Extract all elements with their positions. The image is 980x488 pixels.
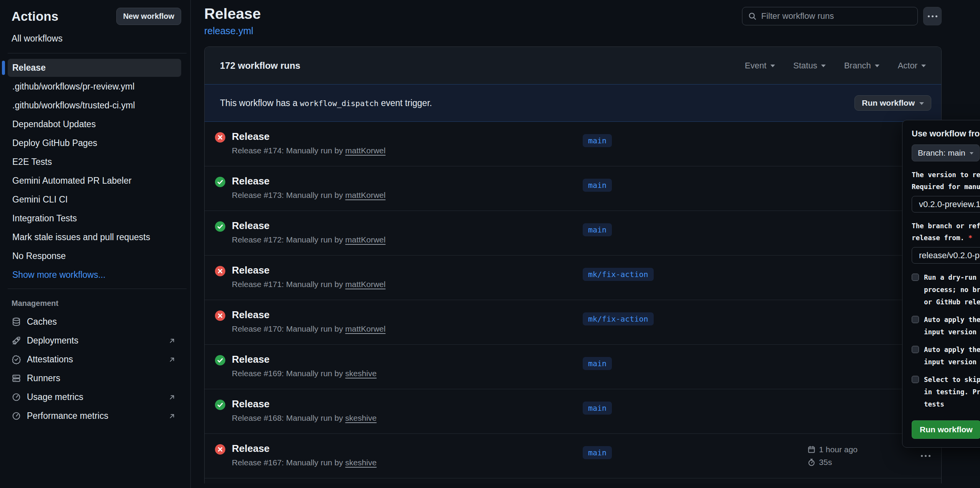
management-section-title: Management <box>0 290 190 312</box>
workflow-options-kebab-button[interactable] <box>923 7 942 25</box>
workflow-run-row[interactable]: Release Release #172: Manually run by ma… <box>205 211 941 256</box>
chevron-down-icon <box>875 65 879 67</box>
run-workflow-submit-button[interactable]: Run workflow <box>912 420 980 439</box>
filter-runs-input[interactable] <box>761 11 912 21</box>
branch-badge[interactable]: main <box>583 446 612 459</box>
branch-badge[interactable]: mk/fix-action <box>583 312 654 325</box>
branch-badge[interactable]: main <box>583 179 612 192</box>
run-title-link[interactable]: Release <box>232 309 269 321</box>
sidebar-workflow-item[interactable]: .github/workflows/trusted-ci.yml <box>8 96 181 115</box>
sidebar-workflow-item[interactable]: Gemini CLI CI <box>8 191 181 209</box>
sidebar-workflow-item[interactable]: Integration Tests <box>8 209 181 227</box>
sidebar-divider <box>8 53 187 53</box>
management-item-icon <box>12 411 21 421</box>
workflow-run-row[interactable]: Release Release #169: Manually run by sk… <box>205 345 941 389</box>
workflow-run-row[interactable]: Release Release #173: Manually run by ma… <box>205 166 941 211</box>
branch-badge[interactable]: main <box>583 402 612 415</box>
checkbox[interactable] <box>912 346 919 353</box>
management-item-label: Usage metrics <box>27 392 83 402</box>
run-status-icon <box>215 355 225 365</box>
checkbox[interactable] <box>912 274 919 281</box>
run-actor-link[interactable]: mattKorwel <box>345 235 385 244</box>
run-actor-link[interactable]: mattKorwel <box>345 191 385 199</box>
sidebar-item-all-workflows[interactable]: All workflows <box>0 25 190 51</box>
run-status-icon <box>215 400 225 410</box>
sidebar-management-item[interactable]: Attestations <box>0 350 190 369</box>
branch-badge[interactable]: main <box>583 134 612 147</box>
run-actor-link[interactable]: skeshive <box>345 369 377 378</box>
filter-dropdown[interactable]: Actor <box>898 61 926 71</box>
branch-badge[interactable]: main <box>583 357 612 370</box>
run-actor-link[interactable]: skeshive <box>345 458 377 467</box>
sidebar-workflow-item[interactable]: Gemini Automated PR Labeler <box>8 172 181 190</box>
workflow-run-row[interactable]: Release Release #168: Manually run by sk… <box>205 389 941 434</box>
runs-filters: EventStatusBranchActor <box>745 61 926 71</box>
run-actor-link[interactable]: mattKorwel <box>345 324 385 333</box>
management-item-label: Runners <box>27 373 60 383</box>
workflow-run-row[interactable]: Release Release #170: Manually run by ma… <box>205 300 941 345</box>
sidebar-workflow-item[interactable]: .github/workflows/pr-review.yml <box>8 78 181 96</box>
run-title-link[interactable]: Release <box>232 354 269 365</box>
workflow-runs-card: 172 workflow runs EventStatusBranchActor… <box>204 46 942 483</box>
show-more-workflows-link[interactable]: Show more workflows... <box>8 266 181 284</box>
run-actor-link[interactable]: mattKorwel <box>345 280 385 289</box>
branch-badge[interactable]: mk/fix-action <box>583 268 654 281</box>
run-actor-link[interactable]: skeshive <box>345 413 377 422</box>
checkbox[interactable] <box>912 376 919 383</box>
sidebar-management-item[interactable]: Runners <box>0 369 190 388</box>
workflow-run-row[interactable]: Release Release #167: Manually run by sk… <box>205 434 941 478</box>
sidebar-management-item[interactable]: Performance metrics <box>0 407 190 425</box>
main-content: Release release.yml 172 workflow runs Ev… <box>191 0 980 488</box>
sidebar-management-item[interactable]: Deployments <box>0 331 190 350</box>
workflow-dispatch-code: workflow_dispatch <box>300 99 378 108</box>
page-title: Release <box>204 5 261 22</box>
new-workflow-button[interactable]: New workflow <box>116 8 181 25</box>
workflow-run-row[interactable]: Release Release #174: Manually run by ma… <box>205 122 941 166</box>
sidebar-management-item[interactable]: Usage metrics <box>0 388 190 407</box>
version-input[interactable] <box>912 196 980 212</box>
run-title-link[interactable]: Release <box>232 443 269 455</box>
run-title-link[interactable]: Release <box>232 220 269 232</box>
checkbox-row: Auto apply the preview release tag, inpu… <box>912 344 980 368</box>
sidebar-workflow-item[interactable]: Dependabot Updates <box>8 115 181 133</box>
branch-badge[interactable]: main <box>583 223 612 236</box>
run-description: Release #167: Manually run by skeshive <box>232 458 579 467</box>
run-status-icon <box>215 444 225 455</box>
sidebar-workflow-item[interactable]: Release <box>8 59 181 77</box>
sidebar-workflow-item[interactable]: Mark stale issues and pull requests <box>8 228 181 246</box>
failure-x-icon <box>215 266 225 276</box>
sidebar-management-item[interactable]: Caches <box>0 312 190 331</box>
run-status-icon <box>215 221 225 232</box>
filter-dropdown[interactable]: Status <box>793 61 826 71</box>
run-title-link[interactable]: Release <box>232 264 269 276</box>
checkbox-label: Run a dry-run of the release process; no… <box>924 271 980 308</box>
run-title-link[interactable]: Release <box>232 398 269 410</box>
run-description: Release #171: Manually run by mattKorwel <box>232 280 579 289</box>
external-link-icon <box>168 356 176 364</box>
ref-input[interactable] <box>912 247 980 264</box>
sidebar-title: Actions <box>12 9 58 24</box>
run-title-link[interactable]: Release <box>232 175 269 187</box>
actions-page: Actions New workflow All workflows Relea… <box>0 0 980 488</box>
external-link-icon <box>168 412 176 420</box>
sidebar-workflow-item[interactable]: Deploy GitHub Pages <box>8 134 181 152</box>
run-workflow-dropdown-button[interactable]: Run workflow <box>854 95 931 111</box>
management-item-label: Deployments <box>27 335 78 346</box>
filter-workflow-runs-searchbox[interactable] <box>742 7 918 25</box>
sidebar-workflow-item[interactable]: No Response <box>8 247 181 265</box>
runs-count: 172 workflow runs <box>220 60 300 71</box>
external-link-icon <box>168 393 176 401</box>
filter-dropdown[interactable]: Branch <box>844 61 879 71</box>
workflow-run-row[interactable]: Release Release #171: Manually run by ma… <box>205 256 941 300</box>
run-duration: 35s <box>819 458 832 467</box>
run-actor-link[interactable]: mattKorwel <box>345 146 385 155</box>
run-kebab-menu[interactable] <box>921 455 930 457</box>
run-title-link[interactable]: Release <box>232 131 269 143</box>
sidebar-workflow-item[interactable]: E2E Tests <box>8 153 181 171</box>
branch-selector-button[interactable]: Branch: main <box>912 144 980 161</box>
workflow-file-link[interactable]: release.yml <box>204 25 253 37</box>
filter-dropdown[interactable]: Event <box>745 61 775 71</box>
checkbox[interactable] <box>912 316 919 323</box>
success-check-icon <box>215 355 225 365</box>
run-description: Release #173: Manually run by mattKorwel <box>232 191 579 200</box>
